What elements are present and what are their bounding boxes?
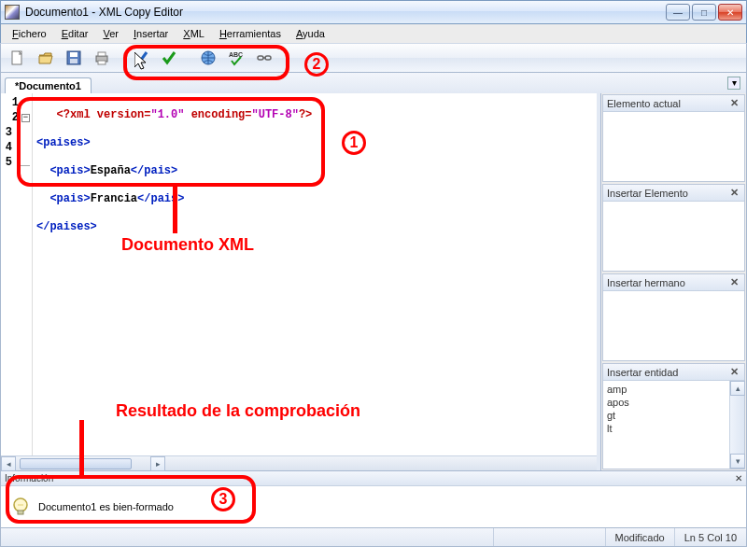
line-number: 2 [12, 111, 19, 124]
entity-list[interactable]: amp apos gt lt [603, 381, 729, 469]
panel-close-button[interactable]: ✕ [727, 276, 740, 289]
scroll-down-icon[interactable]: ▾ [730, 454, 745, 469]
menu-bar: Fichero Editar Ver Insertar XML Herramie… [0, 24, 747, 43]
side-panels: Elemento actual ✕ Insertar Elemento ✕ In… [600, 93, 746, 470]
menu-xml[interactable]: XML [177, 26, 210, 41]
browser-button[interactable] [197, 47, 219, 69]
minimize-button[interactable]: — [666, 4, 690, 21]
svg-rect-13 [18, 511, 23, 514]
scroll-up-icon[interactable]: ▴ [730, 381, 745, 396]
scroll-left-icon[interactable]: ◂ [1, 456, 16, 471]
vertical-scrollbar[interactable]: ▴ ▾ [729, 381, 744, 469]
editor-area[interactable]: 1 2− 3 4 5 <?xml version="1.0" encoding=… [1, 93, 600, 470]
panel-close-button[interactable]: ✕ [727, 187, 740, 200]
app-icon [5, 5, 20, 20]
info-panel: Información ✕ Documento1 es bien-formado [0, 471, 747, 528]
check-wellformed-button[interactable] [130, 47, 152, 69]
status-bar: Modificado Ln 5 Col 10 [0, 528, 747, 547]
info-title: Información [5, 473, 53, 483]
panel-title-insert-sibling: Insertar hermano [607, 277, 685, 288]
toolbar: ABC [0, 43, 747, 73]
horizontal-scrollbar[interactable]: ◂ ▸ [1, 455, 597, 470]
lightbulb-icon [10, 497, 31, 517]
svg-rect-2 [70, 52, 78, 57]
code-view[interactable]: <?xml version="1.0" encoding="UTF-8"?> <… [33, 93, 597, 470]
status-modified: Modificado [605, 528, 674, 546]
fold-toggle[interactable]: − [21, 114, 30, 122]
menu-fichero[interactable]: Fichero [7, 26, 52, 41]
svg-rect-5 [98, 52, 106, 56]
menu-editar[interactable]: Editar [56, 26, 94, 41]
line-number: 4 [6, 141, 12, 154]
panel-title-insert-entity: Insertar entidad [607, 367, 678, 378]
panel-title-insert-element: Insertar Elemento [607, 188, 688, 199]
tab-menu-button[interactable]: ▾ [727, 77, 740, 90]
open-file-button[interactable] [35, 47, 57, 69]
list-item[interactable]: apos [607, 396, 726, 409]
save-button[interactable] [63, 47, 85, 69]
list-item[interactable]: lt [607, 422, 726, 435]
panel-body-insert-sibling [603, 291, 744, 360]
list-item[interactable]: amp [607, 383, 726, 396]
window-title: Documento1 - XML Copy Editor [25, 6, 666, 19]
menu-insertar[interactable]: Insertar [128, 26, 174, 41]
maximize-button[interactable]: □ [692, 4, 716, 21]
svg-rect-6 [98, 61, 106, 64]
panel-body-current [603, 112, 744, 181]
info-message: Documento1 es bien-formado [38, 501, 174, 512]
panel-title-current: Elemento actual [607, 98, 681, 109]
tab-documento1[interactable]: *Documento1 [5, 77, 92, 93]
list-item[interactable]: gt [607, 409, 726, 422]
scroll-thumb[interactable] [20, 458, 132, 469]
line-number: 3 [6, 126, 12, 139]
status-cell [493, 528, 605, 546]
panel-close-button[interactable]: ✕ [727, 97, 740, 110]
scroll-right-icon[interactable]: ▸ [150, 456, 165, 471]
title-bar: Documento1 - XML Copy Editor — □ ✕ [0, 0, 747, 24]
new-file-button[interactable] [7, 47, 29, 69]
panel-close-button[interactable]: ✕ [727, 366, 740, 379]
close-button[interactable]: ✕ [718, 4, 742, 21]
line-gutter: 1 2− 3 4 5 [1, 93, 33, 470]
panel-body-insert-element [603, 202, 744, 271]
validate-button[interactable] [158, 47, 180, 69]
line-number: 1 [12, 96, 19, 109]
document-tabstrip: *Documento1 ▾ [0, 73, 747, 93]
svg-rect-3 [70, 59, 78, 63]
line-number: 5 [6, 156, 12, 169]
menu-ayuda[interactable]: Ayuda [290, 26, 331, 41]
print-button[interactable] [91, 47, 113, 69]
menu-herramientas[interactable]: Herramientas [214, 26, 287, 41]
status-position: Ln 5 Col 10 [674, 528, 746, 546]
spellcheck-button[interactable]: ABC [225, 47, 247, 69]
info-close-button[interactable]: ✕ [735, 473, 742, 483]
menu-ver[interactable]: Ver [97, 26, 124, 41]
link-button[interactable] [253, 47, 275, 69]
